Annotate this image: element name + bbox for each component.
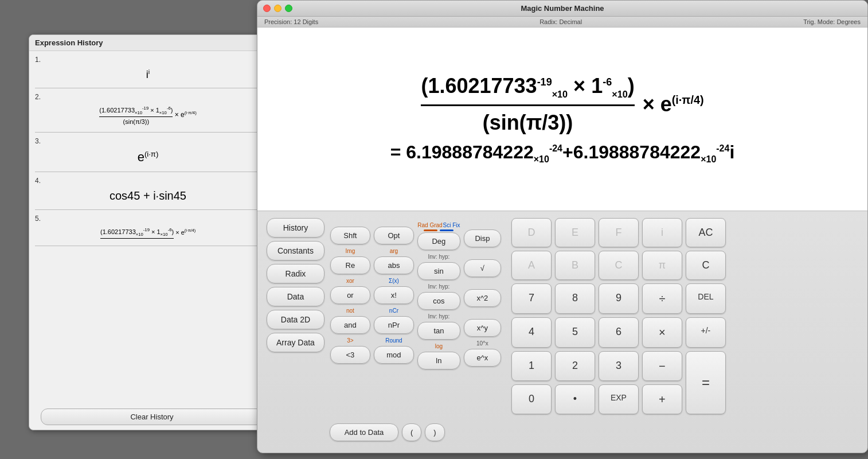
rad-grad-label: Rad Grad	[417, 222, 442, 228]
xsq-button[interactable]: x^2	[464, 289, 501, 307]
lt3-button[interactable]: <3	[330, 346, 370, 364]
npr-wrap: nCr nPr	[374, 308, 414, 334]
history-panel-title: Expression History	[29, 35, 275, 51]
epx-button[interactable]: e^x	[464, 349, 501, 367]
history-button[interactable]: History	[267, 218, 324, 238]
numpad-row3: 7 8 9 ÷ DEL	[511, 283, 726, 314]
opt-button[interactable]: Opt	[374, 227, 414, 244]
history-expr: (1.60217733×10-19 × 1×10-6) (sin(π/3)) ×…	[35, 103, 261, 127]
history-item-num: 4.	[35, 177, 261, 185]
multiply-button[interactable]: ×	[642, 317, 682, 348]
or-wrap: xor or	[330, 278, 370, 304]
history-content: 1. ii 2. (1.60217733×10-19 × 1×10-6) (si…	[29, 51, 267, 404]
e-button[interactable]: E	[555, 218, 595, 247]
close-paren-button[interactable]: )	[425, 423, 444, 441]
b-button[interactable]: B	[555, 251, 595, 280]
divide-button[interactable]: ÷	[642, 283, 682, 314]
abs-wrap: arg abs	[374, 248, 414, 274]
four-button[interactable]: 4	[511, 317, 552, 348]
close-button[interactable]	[263, 5, 271, 12]
list-item[interactable]: 3. e(i·π)	[35, 133, 261, 172]
mod-wrap: Round mod	[374, 337, 414, 364]
clear-button[interactable]: C	[686, 251, 726, 280]
npr-button[interactable]: nPr	[374, 316, 414, 334]
pi-button[interactable]: π	[642, 251, 682, 280]
display-area: (1.60217733-19×10 × 1-6×10) (sin(π/3)) ×…	[257, 28, 867, 211]
shft-button[interactable]: Shft	[330, 227, 370, 244]
c-button[interactable]: C	[599, 251, 639, 280]
minus-button[interactable]: −	[642, 351, 682, 381]
ln-button[interactable]: ln	[417, 352, 460, 369]
equals-button[interactable]: =	[686, 351, 726, 414]
add-to-data-button[interactable]: Add to Data	[330, 423, 398, 441]
cos-wrap: Inv: hyp: cos	[417, 283, 460, 310]
or-button[interactable]: or	[330, 286, 370, 304]
list-item[interactable]: 2. (1.60217733×10-19 × 1×10-6) (sin(π/3)…	[35, 88, 261, 133]
f-button[interactable]: F	[599, 218, 639, 247]
history-item-num: 5.	[35, 215, 261, 223]
list-item[interactable]: 4. cos45 + i·sin45	[35, 172, 261, 210]
zero-button[interactable]: 0	[511, 384, 552, 414]
tan-label: Inv: hyp:	[428, 313, 450, 321]
data-button[interactable]: Data	[267, 287, 324, 306]
ac-button[interactable]: AC	[686, 218, 726, 247]
tan-button[interactable]: tan	[417, 322, 460, 340]
numpad-row4: 4 5 6 × +/-	[511, 317, 726, 348]
calculator-window: Magic Number Machine Precision: 12 Digit…	[257, 0, 868, 453]
eight-button[interactable]: 8	[555, 283, 595, 314]
dot-button[interactable]: •	[555, 384, 595, 414]
three-button[interactable]: 3	[599, 351, 639, 381]
plus-button[interactable]: +	[642, 384, 682, 414]
precision-status: Precision: 12 Digits	[264, 18, 318, 25]
opt-wrap: Opt	[374, 218, 414, 244]
middle-buttons: Shft Img Re xor or not and 3> <3	[330, 218, 501, 414]
cos-button[interactable]: cos	[417, 292, 460, 310]
one-button[interactable]: 1	[511, 351, 552, 381]
array-data-button[interactable]: Array Data	[267, 333, 324, 352]
maximize-button[interactable]	[285, 5, 292, 12]
deg-button[interactable]: Deg	[417, 232, 460, 250]
bottom-row: Add to Data ( )	[320, 421, 867, 447]
mod-button[interactable]: mod	[374, 346, 414, 364]
two-button[interactable]: 2	[555, 351, 595, 381]
five-button[interactable]: 5	[555, 317, 595, 348]
open-paren-button[interactable]: (	[402, 423, 421, 441]
re-wrap: Img Re	[330, 248, 370, 274]
misc-col: Disp √ x^2 x^y 10^x e^x	[464, 218, 501, 414]
nine-button[interactable]: 9	[599, 283, 639, 314]
history-item-num: 3.	[35, 137, 261, 145]
and-label: not	[346, 308, 354, 316]
radix-button[interactable]: Radix	[267, 264, 324, 283]
clear-history-button[interactable]: Clear History	[41, 409, 263, 425]
constants-button[interactable]: Constants	[267, 241, 324, 260]
d-button[interactable]: D	[511, 218, 552, 247]
i-button[interactable]: i	[642, 218, 682, 247]
list-item[interactable]: 5. (1.60217733×10-19 × 1×10-6) × e(i·π/4…	[35, 210, 261, 246]
xfact-label: Σ(x)	[389, 278, 399, 286]
plusminus-button[interactable]: +/-	[686, 317, 726, 348]
xfact-button[interactable]: x!	[374, 286, 414, 304]
re-button[interactable]: Re	[330, 256, 370, 274]
mid-col-2: Opt arg abs Σ(x) x! nCr nPr Round mod	[374, 218, 414, 414]
mid-col-1: Shft Img Re xor or not and 3> <3	[330, 218, 370, 414]
del-button[interactable]: DEL	[686, 283, 726, 314]
history-expr: e(i·π)	[35, 147, 261, 167]
left-buttons: History Constants Radix Data Data 2D Arr…	[267, 218, 324, 414]
exp-button[interactable]: EXP	[599, 384, 639, 414]
xfact-wrap: Σ(x) x!	[374, 278, 414, 304]
data2d-button[interactable]: Data 2D	[267, 310, 324, 329]
display-result: = 6.19888784222×10-24+6.19888784222×10-2…	[390, 142, 735, 165]
a-button[interactable]: A	[511, 251, 552, 280]
abs-button[interactable]: abs	[374, 256, 414, 274]
disp-button[interactable]: Disp	[464, 230, 501, 247]
xpy-button[interactable]: x^y	[464, 319, 501, 337]
and-button[interactable]: and	[330, 316, 370, 334]
list-item[interactable]: 1. ii	[35, 51, 261, 88]
history-item-num: 1.	[35, 56, 261, 64]
history-panel: Expression History 1. ii 2. (1.60217733×…	[29, 34, 275, 430]
six-button[interactable]: 6	[599, 317, 639, 348]
sqrt-button[interactable]: √	[464, 259, 501, 277]
seven-button[interactable]: 7	[511, 283, 552, 314]
sin-button[interactable]: sin	[417, 262, 460, 280]
minimize-button[interactable]	[274, 5, 281, 12]
